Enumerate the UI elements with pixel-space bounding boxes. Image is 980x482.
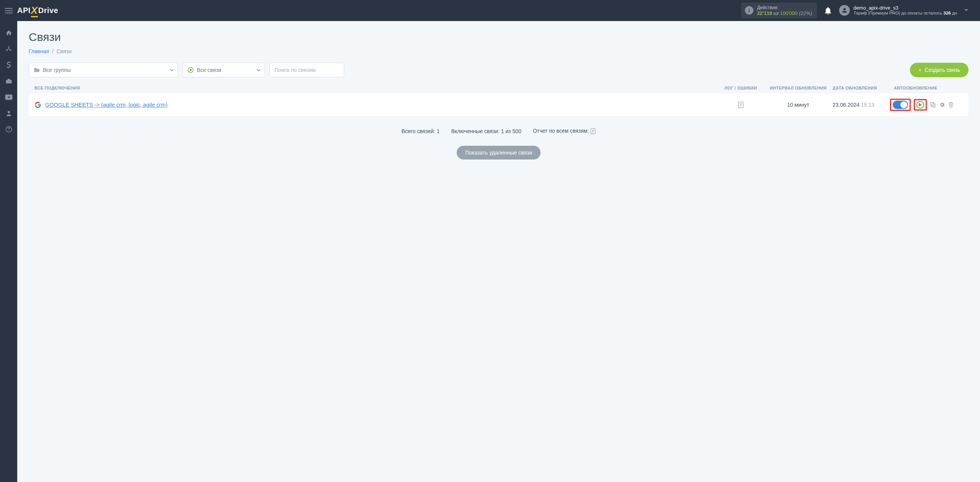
logo-api: API bbox=[17, 6, 31, 15]
col-date: ДАТА ОБНОВЛЕНИЯ bbox=[833, 86, 890, 90]
create-button-label: Создать связь bbox=[924, 67, 960, 73]
svg-rect-0 bbox=[5, 8, 13, 9]
summary-enabled: Включенные связи: 1 из 500 bbox=[451, 128, 521, 134]
breadcrumb-current: Связи bbox=[57, 48, 72, 54]
summary-report: Отчет по всем связям: bbox=[533, 128, 596, 134]
folder-icon bbox=[34, 67, 40, 73]
svg-point-3 bbox=[843, 8, 846, 10]
avatar-icon bbox=[839, 5, 850, 16]
table-row: GOOGLE SHEETS -> (agile crm, logic, agil… bbox=[29, 93, 969, 116]
sidebar-connections-icon[interactable] bbox=[0, 42, 17, 56]
sidebar-video-icon[interactable] bbox=[0, 90, 17, 104]
run-now-button[interactable] bbox=[916, 101, 924, 109]
connection-link[interactable]: GOOGLE SHEETS -> (agile crm, logic, agil… bbox=[45, 102, 167, 108]
usage-percent: (22%) bbox=[799, 10, 812, 16]
svg-point-4 bbox=[8, 46, 10, 48]
user-menu[interactable]: demo_apix-drive_s3 Тариф |Премиум PRO| д… bbox=[839, 5, 969, 16]
usage-total: 100'000 bbox=[780, 10, 797, 16]
autoupdate-toggle[interactable] bbox=[893, 101, 908, 109]
highlight-play bbox=[914, 99, 927, 111]
sidebar-apps-icon[interactable] bbox=[0, 74, 17, 88]
update-interval: 10 минут bbox=[764, 102, 833, 108]
info-icon: i bbox=[745, 6, 753, 15]
usage-used: 22'119 bbox=[757, 10, 772, 16]
col-log: ЛОГ / ОШИБКИ bbox=[718, 86, 764, 90]
svg-rect-17 bbox=[932, 104, 935, 107]
settings-button[interactable] bbox=[939, 102, 945, 108]
breadcrumb: Главная / Связи bbox=[29, 48, 969, 54]
user-email: demo_apix-drive_s3 bbox=[854, 5, 957, 11]
group-select-value: Все группы bbox=[43, 67, 71, 73]
show-deleted-button[interactable]: Показать удаленные связи bbox=[457, 146, 541, 160]
col-auto: АВТООБНОВЛЕНИЕ bbox=[890, 86, 963, 90]
logo-drive: Drive bbox=[38, 6, 59, 15]
highlight-toggle bbox=[890, 99, 911, 111]
svg-rect-8 bbox=[8, 79, 10, 80]
chevron-down-icon bbox=[964, 9, 969, 12]
search-input[interactable] bbox=[270, 63, 344, 77]
svg-rect-7 bbox=[6, 80, 11, 83]
plus-icon: + bbox=[918, 67, 921, 73]
svg-point-10 bbox=[8, 111, 10, 113]
notifications-icon[interactable] bbox=[825, 7, 831, 15]
col-name: ВСЕ ПОДКЛЮЧЕНИЯ bbox=[34, 86, 718, 90]
update-date: 23.06.2024 15:13 bbox=[833, 102, 890, 108]
main-content: Связи Главная / Связи Все группы Все свя… bbox=[17, 21, 980, 482]
sidebar-help-icon[interactable] bbox=[0, 122, 17, 137]
summary-total: Всего связей: 1 bbox=[402, 128, 440, 134]
usage-of: из bbox=[774, 10, 779, 16]
group-select[interactable]: Все группы bbox=[29, 63, 178, 77]
report-icon[interactable] bbox=[590, 128, 596, 134]
logo[interactable]: APIXDrive bbox=[17, 5, 58, 16]
user-tariff: Тариф |Премиум PRO| до оплаты осталось 3… bbox=[854, 11, 957, 16]
usage-label: Действия: bbox=[757, 5, 812, 10]
create-connection-button[interactable]: + Создать связь bbox=[910, 63, 969, 77]
play-circle-icon bbox=[188, 67, 194, 73]
svg-rect-1 bbox=[5, 10, 13, 11]
status-select[interactable]: Все связи bbox=[183, 63, 265, 77]
chevron-down-icon bbox=[170, 69, 174, 72]
google-icon bbox=[34, 101, 41, 108]
copy-button[interactable] bbox=[930, 102, 936, 108]
menu-toggle-icon[interactable] bbox=[0, 0, 17, 21]
svg-rect-18 bbox=[931, 103, 934, 106]
chevron-down-icon bbox=[256, 69, 261, 72]
page-title: Связи bbox=[29, 31, 969, 44]
log-button[interactable] bbox=[718, 101, 764, 108]
usage-counter[interactable]: i Действия: 22'119 из 100'000 (22%) bbox=[741, 3, 817, 19]
delete-button[interactable] bbox=[948, 102, 954, 108]
summary-row: Всего связей: 1 Включенные связи: 1 из 5… bbox=[29, 128, 969, 134]
breadcrumb-home[interactable]: Главная bbox=[29, 48, 49, 54]
svg-rect-2 bbox=[5, 13, 13, 13]
table-header: ВСЕ ПОДКЛЮЧЕНИЯ ЛОГ / ОШИБКИ ИНТЕРВАЛ ОБ… bbox=[29, 86, 969, 90]
sidebar-profile-icon[interactable] bbox=[0, 106, 17, 120]
sidebar-billing-icon[interactable] bbox=[0, 58, 17, 72]
sidebar-home-icon[interactable] bbox=[0, 26, 17, 40]
header: APIXDrive i Действия: 22'119 из 100'000 … bbox=[0, 0, 980, 21]
col-interval: ИНТЕРВАЛ ОБНОВЛЕНИЯ bbox=[764, 86, 833, 90]
sidebar bbox=[0, 21, 17, 482]
logo-x-icon: X bbox=[31, 5, 38, 16]
status-select-value: Все связи bbox=[197, 67, 221, 73]
